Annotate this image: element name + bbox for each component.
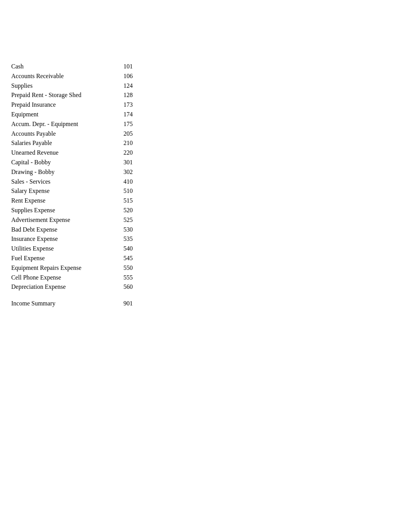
account-name: Unearned Revenue <box>11 148 120 158</box>
account-name: Rent Expense <box>11 196 120 206</box>
account-number: 101 <box>123 62 133 72</box>
list-item: Accum. Depr. - Equipment175 <box>11 119 411 129</box>
account-name: Accum. Depr. - Equipment <box>11 119 120 129</box>
account-number: 560 <box>123 282 133 292</box>
account-name: Depreciation Expense <box>11 282 120 292</box>
account-name: Accounts Receivable <box>11 72 120 81</box>
list-item: Prepaid Insurance173 <box>11 100 411 110</box>
list-item: Unearned Revenue220 <box>11 148 411 158</box>
list-item: Salary Expense510 <box>11 186 411 196</box>
account-number: 175 <box>123 119 133 129</box>
account-name: Insurance Expense <box>11 234 120 244</box>
account-number: 530 <box>123 225 133 235</box>
account-name: Salaries Payable <box>11 138 120 148</box>
account-number: 220 <box>123 148 133 158</box>
list-item: Accounts Payable205 <box>11 129 411 139</box>
list-item: Cell Phone Expense555 <box>11 273 411 283</box>
spacer <box>11 292 411 299</box>
account-name: Sales - Services <box>11 177 120 187</box>
account-name: Prepaid Insurance <box>11 100 120 110</box>
account-name: Equipment Repairs Expense <box>11 263 120 273</box>
account-number: 174 <box>123 110 133 119</box>
list-item: Equipment174 <box>11 110 411 119</box>
list-item: Utilities Expense540 <box>11 244 411 254</box>
account-name: Drawing - Bobby <box>11 167 120 177</box>
account-list: Cash101Accounts Receivable106Supplies124… <box>11 62 411 309</box>
list-item: Cash101 <box>11 62 411 72</box>
account-number: 128 <box>123 90 133 100</box>
list-item: Advertisement Expense525 <box>11 215 411 225</box>
account-number: 545 <box>123 254 133 263</box>
account-number: 901 <box>123 299 133 309</box>
account-name: Advertisement Expense <box>11 215 120 225</box>
account-name: Supplies <box>11 81 120 91</box>
list-item: Rent Expense515 <box>11 196 411 206</box>
account-name: Cell Phone Expense <box>11 273 120 283</box>
account-number: 520 <box>123 206 133 215</box>
account-name: Salary Expense <box>11 186 120 196</box>
account-name: Capital - Bobby <box>11 158 120 167</box>
account-name: Supplies Expense <box>11 206 120 215</box>
account-number: 515 <box>123 196 133 206</box>
account-name: Utilities Expense <box>11 244 120 254</box>
list-item: Supplies124 <box>11 81 411 91</box>
account-name: Fuel Expense <box>11 254 120 263</box>
list-item: Fuel Expense545 <box>11 254 411 263</box>
account-number: 302 <box>123 167 133 177</box>
account-number: 210 <box>123 138 133 148</box>
account-number: 205 <box>123 129 133 139</box>
account-number: 535 <box>123 234 133 244</box>
list-item: Capital - Bobby301 <box>11 158 411 167</box>
list-item: Equipment Repairs Expense550 <box>11 263 411 273</box>
list-item: Supplies Expense520 <box>11 206 411 215</box>
account-number: 555 <box>123 273 133 283</box>
account-number: 550 <box>123 263 133 273</box>
account-name: Bad Debt Expense <box>11 225 120 235</box>
account-name: Equipment <box>11 110 120 119</box>
account-number: 510 <box>123 186 133 196</box>
account-number: 540 <box>123 244 133 254</box>
list-item: Depreciation Expense560 <box>11 282 411 292</box>
list-item: Insurance Expense535 <box>11 234 411 244</box>
list-item: Drawing - Bobby302 <box>11 167 411 177</box>
account-number: 173 <box>123 100 133 110</box>
account-name: Cash <box>11 62 120 72</box>
account-number: 525 <box>123 215 133 225</box>
list-item: Salaries Payable210 <box>11 138 411 148</box>
account-number: 301 <box>123 158 133 167</box>
account-name: Accounts Payable <box>11 129 120 139</box>
list-item: Prepaid Rent - Storage Shed128 <box>11 90 411 100</box>
main-content: Cash101Accounts Receivable106Supplies124… <box>0 0 411 309</box>
account-number: 124 <box>123 81 133 91</box>
account-name: Prepaid Rent - Storage Shed <box>11 90 120 100</box>
list-item: Income Summary901 <box>11 299 411 309</box>
account-number: 410 <box>123 177 133 187</box>
account-name: Income Summary <box>11 299 120 309</box>
list-item: Sales - Services410 <box>11 177 411 187</box>
list-item: Bad Debt Expense530 <box>11 225 411 235</box>
list-item: Accounts Receivable106 <box>11 72 411 81</box>
account-number: 106 <box>123 72 133 81</box>
